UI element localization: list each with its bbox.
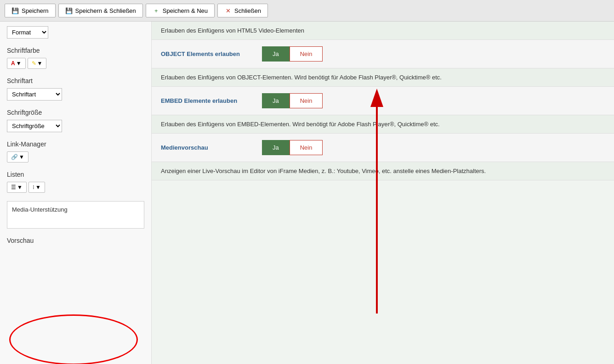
- object-elements-desc-text: Erlauben des Einfügens von OBJECT-Elemen…: [161, 74, 442, 81]
- object-elements-buttons: Ja Nein: [262, 46, 323, 62]
- font-color-label: Schriftfarbe: [7, 47, 144, 54]
- content-area: Erlauben des Einfügens von HTML5 Video-E…: [152, 22, 614, 364]
- embed-elements-label: EMBED Elemente erlauben: [161, 97, 253, 104]
- link-manager-label: Link-Manager: [7, 140, 144, 148]
- save-new-button[interactable]: + Speichern & Neu: [146, 4, 215, 17]
- media-preview-description: Anzeigen einer Live-Vorschau im Editor v…: [152, 162, 614, 180]
- html5-video-description: Erlauben des Einfügens von HTML5 Video-E…: [152, 22, 614, 40]
- format-dropdown: Format: [7, 26, 144, 39]
- object-elements-description: Erlauben des Einfügens von OBJECT-Elemen…: [152, 68, 614, 87]
- embed-elements-row: EMBED Elemente erlauben Ja Nein: [152, 87, 614, 115]
- media-no-button[interactable]: Nein: [290, 140, 323, 155]
- media-preview-label: Medienvorschau: [161, 144, 253, 151]
- media-support-section: Media-Unterstützung: [7, 201, 144, 229]
- font-color-icon: A: [11, 60, 15, 67]
- font-type-select[interactable]: Schriftart: [7, 88, 62, 101]
- link-button[interactable]: 🔗 ▼: [7, 151, 28, 162]
- embed-no-button[interactable]: Nein: [290, 93, 323, 108]
- save-close-icon: 💾: [65, 7, 73, 14]
- font-highlight-icon: ✎: [32, 60, 36, 67]
- unordered-list-button[interactable]: ⁝ ▼: [28, 182, 45, 193]
- content-inner: Erlauben des Einfügens von HTML5 Video-E…: [152, 22, 614, 180]
- media-preview-buttons: Ja Nein: [262, 140, 323, 155]
- ordered-list-button[interactable]: ☰ ▼: [7, 182, 27, 193]
- close-icon: ✕: [224, 7, 232, 14]
- font-type-section: Schriftart Schriftart: [7, 77, 144, 101]
- close-button[interactable]: ✕ Schließen: [217, 4, 268, 17]
- save-label: Speichern: [22, 7, 49, 14]
- ordered-list-icon: ☰: [11, 184, 16, 190]
- lists-label: Listen: [7, 171, 144, 178]
- object-elements-label: OBJECT Elements erlauben: [161, 50, 253, 57]
- ordered-list-dropdown-icon: ▼: [17, 184, 23, 190]
- font-color-dropdown-icon: ▼: [16, 60, 22, 67]
- font-color-buttons: A ▼ ✎ ▼: [7, 58, 144, 69]
- save-new-label: Speichern & Neu: [163, 7, 208, 14]
- preview-label: Vorschau: [7, 237, 144, 244]
- font-color-section: Schriftfarbe A ▼ ✎ ▼: [7, 47, 144, 69]
- save-button[interactable]: 💾 Speichern: [5, 4, 56, 17]
- media-yes-button[interactable]: Ja: [262, 140, 290, 155]
- embed-elements-buttons: Ja Nein: [262, 93, 323, 108]
- unordered-list-dropdown-icon: ▼: [35, 184, 41, 190]
- font-size-dropdown: Schriftgröße: [7, 120, 144, 132]
- link-dropdown-icon: ▼: [19, 154, 24, 160]
- font-color-button[interactable]: A ▼: [7, 58, 26, 69]
- media-support-label: Media-Unterstützung: [12, 206, 68, 213]
- save-close-label: Speichern & Schließen: [75, 7, 136, 14]
- font-highlight-button[interactable]: ✎ ▼: [28, 58, 47, 69]
- embed-yes-button[interactable]: Ja: [262, 93, 290, 108]
- toolbar: 💾 Speichern 💾 Speichern & Schließen + Sp…: [0, 0, 614, 22]
- sidebar: Format Schriftfarbe A ▼ ✎ ▼ Schriftart: [0, 22, 152, 364]
- font-size-section: Schriftgröße Schriftgröße: [7, 109, 144, 132]
- save-icon: 💾: [11, 7, 19, 14]
- unordered-list-icon: ⁝: [33, 184, 34, 190]
- main-layout: Format Schriftfarbe A ▼ ✎ ▼ Schriftart: [0, 22, 614, 364]
- link-icon: 🔗: [11, 154, 18, 160]
- font-highlight-dropdown-icon: ▼: [37, 60, 43, 67]
- object-yes-button[interactable]: Ja: [262, 46, 290, 62]
- object-elements-row: OBJECT Elements erlauben Ja Nein: [152, 40, 614, 68]
- media-support-box: Media-Unterstützung: [7, 201, 144, 229]
- embed-elements-description: Erlauben des Einfügens von EMBED-Element…: [152, 115, 614, 134]
- save-close-button[interactable]: 💾 Speichern & Schließen: [58, 4, 143, 17]
- embed-elements-desc-text: Erlauben des Einfügens von EMBED-Element…: [161, 121, 440, 128]
- font-type-dropdown: Schriftart: [7, 88, 144, 101]
- preview-section: Vorschau: [7, 237, 144, 244]
- font-size-label: Schriftgröße: [7, 109, 144, 116]
- lists-buttons: ☰ ▼ ⁝ ▼: [7, 182, 144, 193]
- format-select[interactable]: Format: [7, 26, 48, 39]
- close-label: Schließen: [234, 7, 261, 14]
- save-new-icon: +: [153, 7, 160, 14]
- link-manager-buttons: 🔗 ▼: [7, 151, 144, 162]
- font-type-label: Schriftart: [7, 77, 144, 84]
- link-manager-section: Link-Manager 🔗 ▼: [7, 140, 144, 162]
- media-preview-row: Medienvorschau Ja Nein: [152, 134, 614, 162]
- lists-section: Listen ☰ ▼ ⁝ ▼: [7, 171, 144, 193]
- font-size-select[interactable]: Schriftgröße: [7, 120, 62, 132]
- media-preview-desc-text: Anzeigen einer Live-Vorschau im Editor v…: [161, 168, 486, 174]
- format-section: Format: [7, 26, 144, 39]
- html5-video-desc-text: Erlauben des Einfügens von HTML5 Video-E…: [161, 27, 304, 34]
- object-no-button[interactable]: Nein: [290, 46, 323, 62]
